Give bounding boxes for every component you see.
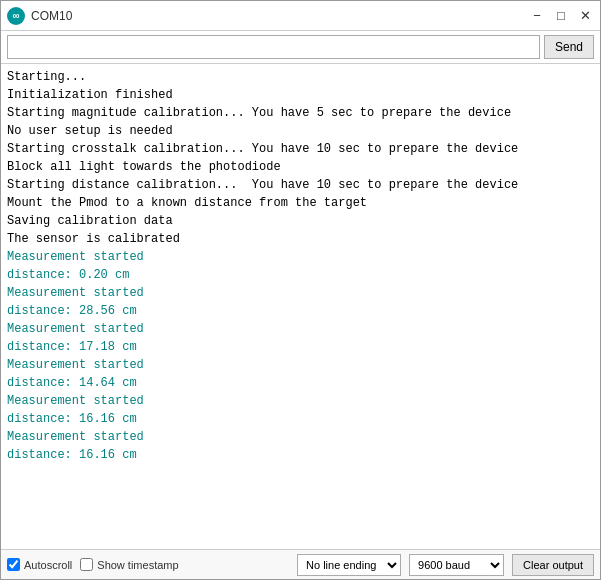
output-line: Measurement started — [7, 356, 594, 374]
output-line: Mount the Pmod to a known distance from … — [7, 194, 594, 212]
output-line: Saving calibration data — [7, 212, 594, 230]
output-line: distance: 28.56 cm — [7, 302, 594, 320]
line-ending-dropdown[interactable]: No line endingNewlineCarriage returnBoth… — [297, 554, 401, 576]
output-area[interactable]: Starting...Initialization finishedStarti… — [1, 64, 600, 549]
clear-output-button[interactable]: Clear output — [512, 554, 594, 576]
maximize-button[interactable]: □ — [552, 7, 570, 25]
output-line: Starting magnitude calibration... You ha… — [7, 104, 594, 122]
arduino-logo-icon: ∞ — [7, 7, 25, 25]
output-line: Starting distance calibration... You hav… — [7, 176, 594, 194]
title-bar: ∞ COM10 − □ ✕ — [1, 1, 600, 31]
output-line: Initialization finished — [7, 86, 594, 104]
output-line: Measurement started — [7, 284, 594, 302]
output-line: Block all light towards the photodiode — [7, 158, 594, 176]
toolbar: Send — [1, 31, 600, 64]
output-line: The sensor is calibrated — [7, 230, 594, 248]
serial-monitor-window: ∞ COM10 − □ ✕ Send Starting...Initializa… — [0, 0, 601, 580]
output-line: Starting... — [7, 68, 594, 86]
close-button[interactable]: ✕ — [576, 7, 594, 25]
timestamp-group: Show timestamp — [80, 558, 178, 571]
autoscroll-label: Autoscroll — [24, 559, 72, 571]
status-bar: Autoscroll Show timestamp No line ending… — [1, 549, 600, 579]
show-timestamp-checkbox[interactable] — [80, 558, 93, 571]
output-line: distance: 0.20 cm — [7, 266, 594, 284]
output-line: distance: 14.64 cm — [7, 374, 594, 392]
output-line: Measurement started — [7, 428, 594, 446]
output-line: Measurement started — [7, 248, 594, 266]
baud-rate-dropdown[interactable]: 300 baud1200 baud2400 baud4800 baud9600 … — [409, 554, 504, 576]
title-bar-left: ∞ COM10 — [7, 7, 72, 25]
window-title: COM10 — [31, 9, 72, 23]
output-line: Measurement started — [7, 320, 594, 338]
output-line: distance: 16.16 cm — [7, 410, 594, 428]
autoscroll-group: Autoscroll — [7, 558, 72, 571]
output-line: Measurement started — [7, 392, 594, 410]
send-button[interactable]: Send — [544, 35, 594, 59]
output-line: No user setup is needed — [7, 122, 594, 140]
title-controls: − □ ✕ — [528, 7, 594, 25]
serial-input[interactable] — [7, 35, 540, 59]
show-timestamp-label: Show timestamp — [97, 559, 178, 571]
autoscroll-checkbox[interactable] — [7, 558, 20, 571]
output-line: Starting crosstalk calibration... You ha… — [7, 140, 594, 158]
output-line: distance: 16.16 cm — [7, 446, 594, 464]
minimize-button[interactable]: − — [528, 7, 546, 25]
output-line: distance: 17.18 cm — [7, 338, 594, 356]
